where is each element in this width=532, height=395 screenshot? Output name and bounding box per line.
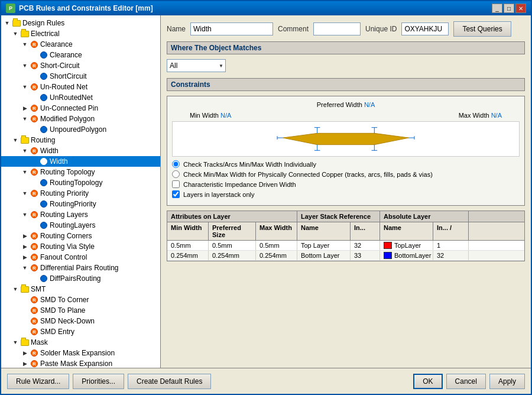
apply-button[interactable]: Apply [489, 374, 525, 389]
folder-icon-routing [21, 137, 29, 144]
tree-label-routinglayers: RoutingLayers [50, 221, 95, 230]
name-input[interactable] [190, 22, 273, 35]
minimize-button[interactable]: _ [492, 4, 502, 13]
expander-routingpriority [30, 199, 39, 209]
tree-item-smt[interactable]: ▼ SMT [1, 284, 160, 294]
tree-label-routing: Routing [31, 135, 55, 145]
tree-item-diff-pairs-routing[interactable]: ▼ R Differential Pairs Routing [1, 263, 160, 273]
tree-label-unpouredpolygon: UnpouredPolygon [50, 125, 106, 134]
cancel-button[interactable]: Cancel [446, 374, 486, 389]
rule-icon-diff-pairs-routing: R [31, 264, 38, 271]
tree-item-design-rules[interactable]: ▼ Design Rules [1, 18, 160, 28]
tree-item-paste-mask[interactable]: ▶ R Paste Mask Expansion [1, 358, 160, 368]
tree-item-smd-entry[interactable]: R SMD Entry [1, 326, 160, 337]
tree-item-routing-corners[interactable]: ▶ R Routing Corners [1, 231, 160, 241]
th-layer-stack: Layer Stack Reference [297, 211, 380, 222]
tree-item-shortcircuit[interactable]: ShortCircuit [1, 71, 160, 82]
td-layer-name-1: Top Layer [297, 241, 351, 250]
tree-item-unpouredpolygon[interactable]: UnpouredPolygon [1, 124, 160, 135]
radio-connected[interactable] [172, 170, 180, 178]
tree-item-modified-polygon[interactable]: ▼ R Modified Polygon [1, 114, 160, 124]
tree-item-width[interactable]: Width [1, 156, 160, 167]
tree-item-routingpriority[interactable]: RoutingPriority [1, 199, 160, 209]
tree-item-clearance[interactable]: Clearance [1, 50, 160, 60]
tree-item-routing-via-style[interactable]: ▶ R Routing Via Style [1, 241, 160, 252]
rule-icon-solder-mask: R [31, 349, 38, 357]
tree-item-clearance-group[interactable]: ▼ R Clearance [1, 39, 160, 50]
tree-label-short-circuit: Short-Circuit [40, 61, 80, 70]
rule-icon-shortcircuit [40, 73, 47, 80]
checkbox2-label: Layers in layerstack only [183, 191, 254, 198]
rule-icon-routing-topology: R [31, 169, 38, 176]
all-dropdown[interactable]: All [167, 59, 226, 72]
expander-smd-to-corner [20, 295, 30, 305]
test-queries-button[interactable]: Test Queries [453, 21, 511, 37]
all-dropdown-wrapper[interactable]: All [167, 59, 226, 72]
table-row[interactable]: 0.254mm 0.254mm 0.254mm Bottom Layer 33 … [167, 251, 524, 261]
track-visual [172, 121, 520, 157]
expander-smt: ▼ [11, 284, 20, 294]
content-area: ▼ Design Rules ▼ Electrical ▼ R Clearanc… [1, 15, 531, 368]
tree-label-smd-neck-down: SMD Neck-Down [40, 316, 95, 326]
constraints-header: Constraints [167, 78, 525, 91]
rule-icon-short-circuit: R [31, 62, 38, 69]
tree-label-routing-via-style: Routing Via Style [40, 242, 95, 251]
color-swatch-1 [384, 242, 392, 249]
table-row[interactable]: 0.5mm 0.5mm 0.5mm Top Layer 32 TopLayer … [167, 241, 524, 251]
rule-icon-clearance-group: R [31, 41, 38, 48]
tree-item-electrical[interactable]: ▼ Electrical [1, 28, 160, 39]
checkbox-impedance[interactable] [172, 180, 180, 188]
tree-item-unroutednet[interactable]: UnRoutedNet [1, 92, 160, 103]
tree-item-routing-layers[interactable]: ▼ R Routing Layers [1, 209, 160, 220]
tree-item-short-circuit[interactable]: ▼ R Short-Circuit [1, 60, 160, 71]
min-width-value: N/A [220, 112, 231, 119]
tree-label-smd-to-corner: SMD To Corner [40, 295, 89, 305]
tree-item-diffpairsrouting[interactable]: DiffPairsRouting [1, 273, 160, 284]
rule-icon-unpouredpolygon [40, 126, 47, 133]
tree-item-routingtopology[interactable]: RoutingTopology [1, 177, 160, 188]
tree-label-design-rules: Design Rules [22, 18, 64, 28]
rule-icon-routingtopology [40, 179, 47, 186]
td-min-width-2: 0.254mm [167, 251, 209, 260]
tree-item-smd-to-plane[interactable]: R SMD To Plane [1, 305, 160, 316]
tree-item-smd-neck-down[interactable]: R SMD Neck-Down [1, 316, 160, 326]
tree-item-smd-to-corner[interactable]: R SMD To Corner [1, 294, 160, 305]
tree-item-mask[interactable]: ▼ Mask [1, 337, 160, 348]
tree-item-routing-priority[interactable]: ▼ R Routing Priority [1, 188, 160, 199]
expander-routing-layers: ▼ [20, 210, 30, 219]
tree-label-electrical: Electrical [31, 29, 60, 38]
tree-label-solder-mask: Solder Mask Expansion [40, 348, 115, 358]
priorities-button[interactable]: Priorities... [73, 374, 124, 389]
create-default-button[interactable]: Create Default Rules [128, 374, 211, 389]
tree-item-routing-topology[interactable]: ▼ R Routing Topology [1, 167, 160, 177]
th-in1: In... [351, 222, 380, 240]
tree-item-width-group[interactable]: ▼ R Width [1, 145, 160, 156]
rule-icon-fanout-control: R [31, 254, 38, 261]
expander-routing-corners: ▶ [20, 231, 30, 241]
maximize-button[interactable]: □ [504, 4, 514, 13]
tree-item-solder-mask[interactable]: ▶ R Solder Mask Expansion [1, 348, 160, 358]
tree-item-fanout-control[interactable]: ▶ R Fanout Control [1, 252, 160, 263]
title-bar: P PCB Rules and Constraints Editor [mm] … [1, 1, 531, 15]
rule-icon-smd-to-plane: R [31, 307, 38, 314]
rule-wizard-button[interactable]: Rule Wizard... [7, 374, 69, 389]
expander-paste-mask: ▶ [20, 359, 30, 368]
radio-individual[interactable] [172, 160, 180, 168]
preferred-width-row: Preferred Width N/A [172, 101, 520, 108]
td-layer-index-1: 32 [351, 241, 380, 250]
ok-button[interactable]: OK [413, 374, 442, 389]
tree-item-unconnected-pin[interactable]: ▶ R Un-Connected Pin [1, 103, 160, 114]
preferred-width-value: N/A [364, 101, 375, 108]
unique-id-input[interactable] [401, 22, 449, 35]
comment-input[interactable] [313, 22, 361, 35]
tree-label-smd-to-plane: SMD To Plane [40, 306, 85, 315]
tree-label-diffpairsrouting: DiffPairsRouting [50, 274, 100, 283]
tree-item-routing[interactable]: ▼ Routing [1, 135, 160, 145]
tree-item-unrouted-net[interactable]: ▼ R Un-Routed Net [1, 82, 160, 92]
tree-item-routinglayers[interactable]: RoutingLayers [1, 220, 160, 231]
td-abs-name-2: BottomLayer [380, 251, 433, 260]
radio-row-2: Check Min/Max Width for Physically Conne… [172, 170, 520, 178]
checkbox-layerstack[interactable] [172, 190, 180, 198]
close-button[interactable]: ✕ [515, 4, 526, 13]
color-swatch-2 [384, 252, 392, 259]
